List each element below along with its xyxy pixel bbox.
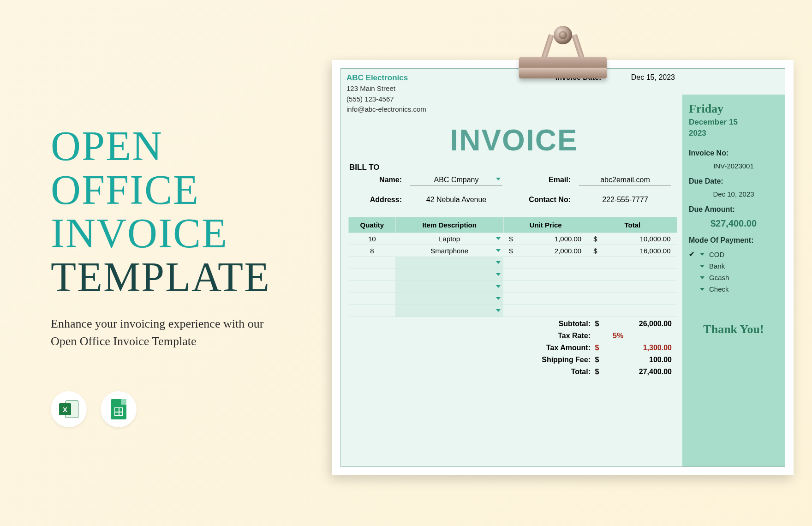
chevron-down-icon — [496, 178, 501, 180]
excel-icon[interactable]: X — [51, 391, 87, 427]
table-row[interactable] — [349, 269, 677, 281]
col-desc: Item Description — [395, 217, 503, 233]
subtotal-value: 26,000.00 — [603, 320, 677, 328]
chevron-down-icon — [496, 309, 501, 312]
company-email: info@abc-electronics.com — [346, 104, 426, 115]
taxamount-label: Tax Amount: — [517, 344, 591, 352]
chevron-down-icon — [700, 276, 705, 279]
payment-option[interactable]: Gcash — [689, 272, 778, 283]
due-date-value: Dec 10, 2023 — [689, 190, 778, 198]
bill-to-heading: BILL TO — [349, 163, 681, 172]
payment-option[interactable]: Bank — [689, 260, 778, 272]
table-row[interactable] — [349, 293, 677, 305]
mode-of-payment-label: Mode Of Payment: — [689, 236, 778, 245]
bill-address-value: 42 Nebula Avenue — [410, 196, 502, 205]
due-amount-value: $27,400.00 — [689, 218, 778, 229]
invoice-no-value: INV-2023001 — [689, 162, 778, 170]
payment-options: ✔COD Bank Gcash Check — [689, 248, 778, 295]
total-label: Total: — [517, 368, 591, 376]
chevron-down-icon — [700, 253, 705, 256]
binder-clip-icon — [519, 18, 607, 82]
side-date: December 15 — [689, 118, 778, 127]
table-row[interactable] — [349, 305, 677, 317]
company-street: 123 Main Street — [346, 84, 426, 94]
chevron-down-icon — [496, 237, 501, 240]
promo-title: OPEN OFFICE INVOICE TEMPLATE — [51, 125, 291, 299]
chevron-down-icon — [496, 261, 501, 264]
table-row[interactable]: 10 Laptop $1,000.00 $10,000.00 — [349, 233, 677, 245]
bill-name-select[interactable]: ABC Cmpany — [410, 176, 502, 185]
promo-subtitle: Enhance your invoicing experience with o… — [51, 315, 291, 350]
invoice-no-label: Invoice No: — [689, 149, 778, 157]
checkmark-icon: ✔ — [689, 250, 695, 258]
shipping-value: 100.00 — [603, 356, 677, 364]
title-word-4: TEMPLATE — [51, 254, 270, 300]
due-amount-label: Due Amount: — [689, 205, 778, 214]
table-row[interactable] — [349, 281, 677, 293]
company-name: ABC Electronics — [346, 73, 426, 83]
due-date-label: Due Date: — [689, 177, 778, 185]
totals-block: Subtotal:$26,000.00 Tax Rate:5% Tax Amou… — [348, 318, 677, 378]
invoice-sheet: ABC Electronics 123 Main Street (555) 12… — [340, 68, 785, 467]
subtotal-label: Subtotal: — [517, 320, 591, 328]
chevron-down-icon — [496, 297, 501, 300]
thank-you-message: Thank You! — [689, 323, 778, 336]
promo-panel: OPEN OFFICE INVOICE TEMPLATE Enhance you… — [51, 125, 291, 427]
chevron-down-icon — [496, 285, 501, 288]
company-phone: (555) 123-4567 — [346, 94, 426, 105]
bill-contact-value: 222-555-7777 — [579, 196, 671, 205]
google-sheets-icon[interactable] — [101, 391, 137, 427]
side-day: Friday — [689, 102, 778, 116]
col-qty: Quatity — [349, 217, 396, 233]
chevron-down-icon — [496, 273, 501, 276]
shipping-label: Shipping Fee: — [517, 356, 591, 364]
chevron-down-icon — [700, 288, 705, 291]
taxrate-label: Tax Rate: — [517, 332, 591, 340]
taxrate-value: 5% — [603, 332, 677, 340]
title-word-2: OFFICE — [51, 167, 199, 213]
bill-contact-label: Contact No: — [511, 196, 571, 205]
col-unit: Unit Price — [503, 217, 588, 233]
total-value: 27,400.00 — [603, 368, 677, 376]
invoice-card: ABC Electronics 123 Main Street (555) 12… — [332, 60, 794, 475]
chevron-down-icon — [700, 265, 705, 268]
bill-email-label: Email: — [511, 176, 571, 185]
bill-email-value[interactable]: abc2email.com — [579, 176, 671, 185]
payment-option[interactable]: ✔COD — [689, 248, 778, 260]
bill-address-label: Address: — [351, 196, 402, 205]
table-row[interactable] — [349, 257, 677, 269]
title-word-1: OPEN — [51, 123, 163, 169]
format-icons: X — [51, 391, 291, 427]
taxamount-value: 1,300.00 — [603, 344, 677, 352]
table-row[interactable]: 8 Smartphone $2,000.00 $16,000.00 — [349, 245, 677, 257]
col-total: Total — [588, 217, 677, 233]
items-table: Quatity Item Description Unit Price Tota… — [348, 217, 677, 317]
title-word-3: INVOICE — [51, 210, 228, 256]
company-block: ABC Electronics 123 Main Street (555) 12… — [346, 73, 426, 115]
invoice-sidebar: Friday December 15 2023 Invoice No: INV-… — [682, 95, 785, 466]
payment-option[interactable]: Check — [689, 283, 778, 295]
chevron-down-icon — [496, 249, 501, 252]
invoice-date-value: Dec 15, 2023 — [631, 73, 675, 81]
side-year: 2023 — [689, 129, 778, 138]
bill-name-label: Name: — [351, 176, 402, 185]
invoice-title: INVOICE — [346, 123, 681, 157]
